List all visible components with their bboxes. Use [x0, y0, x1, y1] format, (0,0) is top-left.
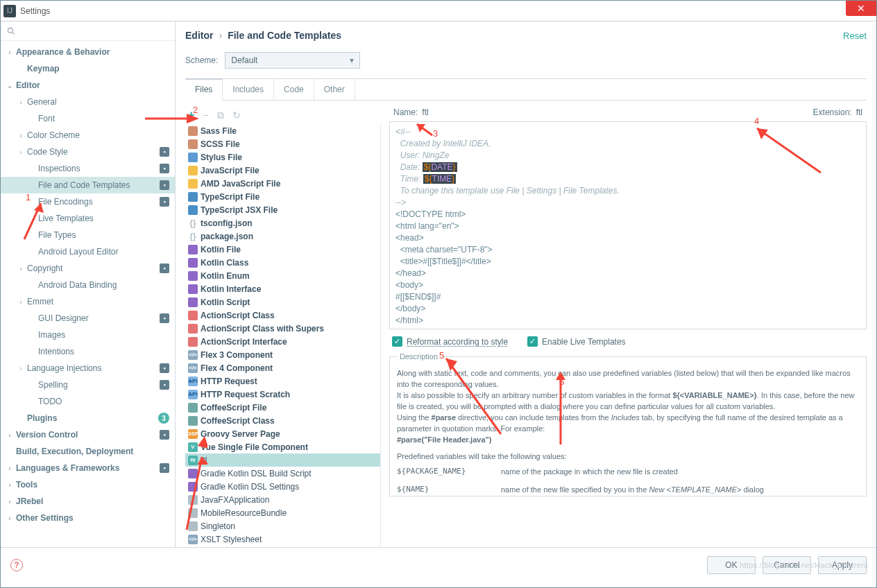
template-row[interactable]: Kotlin Enum — [185, 269, 380, 282]
template-row[interactable]: CoffeeScript File — [185, 401, 380, 414]
template-row[interactable]: JavaScript File — [185, 164, 380, 177]
live-templates-label: Enable Live Templates — [542, 337, 626, 347]
settings-sidebar: ›Appearance & BehaviorKeymap⌄Editor›Gene… — [1, 21, 176, 547]
template-row[interactable]: TypeScript JSX File — [185, 203, 380, 216]
template-toolbar: + − ⧉ ↻ — [185, 106, 381, 124]
tree-item[interactable]: Plugins3 — [1, 410, 175, 426]
template-row[interactable]: Sass File — [185, 124, 380, 137]
reset-link[interactable]: Reset — [843, 31, 867, 41]
tree-item[interactable]: ›Languages & Frameworks▪ — [1, 460, 175, 476]
template-row[interactable]: JavaFXApplication — [185, 493, 380, 506]
tree-item[interactable]: File Types — [1, 227, 175, 243]
template-editor[interactable]: <#-- Created by IntelliJ IDEA. User: Nin… — [389, 121, 867, 329]
tree-item[interactable]: ›Emmet — [1, 293, 175, 310]
scheme-select[interactable]: Default — [225, 52, 360, 69]
extension-field[interactable]: ftl — [856, 107, 862, 117]
tree-item[interactable]: TODO — [1, 393, 175, 410]
name-label: Name: — [393, 107, 418, 117]
template-row[interactable]: Gradle Kotlin DSL Build Script — [185, 467, 380, 480]
tree-item[interactable]: ›Language Injections▪ — [1, 360, 175, 377]
reformat-checkbox[interactable]: ✓ — [392, 336, 402, 347]
template-row[interactable]: Kotlin Script — [185, 295, 380, 309]
app-icon: IJ — [3, 5, 16, 17]
tree-item[interactable]: Android Data Binding — [1, 277, 175, 293]
template-row[interactable]: SCSS File — [185, 137, 380, 150]
template-row[interactable]: Kotlin Interface — [185, 282, 380, 295]
tree-item[interactable]: File Encodings▪ — [1, 193, 175, 210]
template-row[interactable]: Kotlin File — [185, 243, 380, 256]
search-row — [1, 21, 175, 41]
template-row[interactable]: ActionScript Interface — [185, 335, 380, 348]
copy-template-icon[interactable]: ⧉ — [217, 110, 224, 121]
help-icon[interactable]: ? — [10, 559, 23, 571]
tree-item[interactable]: ›Copyright▪ — [1, 260, 175, 277]
title-bar: IJ Settings ✕ — [1, 1, 876, 21]
template-row[interactable]: ActionScript Class — [185, 309, 380, 322]
tab-includes[interactable]: Includes — [223, 79, 274, 100]
scheme-row: Scheme: Default — [185, 52, 867, 69]
remove-template-icon[interactable]: − — [203, 110, 208, 121]
breadcrumb: Editor › File and Code Templates Reset — [185, 30, 867, 41]
template-row[interactable]: </>Flex 3 Component — [185, 348, 380, 361]
window-title: Settings — [20, 6, 50, 16]
tree-item[interactable]: File and Code Templates▪ — [1, 177, 175, 193]
tree-item[interactable]: ⌄Editor — [1, 77, 175, 94]
tree-item[interactable]: GUI Designer▪ — [1, 310, 175, 327]
tree-item[interactable]: Spelling▪ — [1, 377, 175, 393]
template-row[interactable]: APIHTTP Request Scratch — [185, 388, 380, 401]
tree-item[interactable]: Live Templates — [1, 210, 175, 227]
template-list[interactable]: Sass FileSCSS FileStylus FileJavaScript … — [185, 124, 381, 547]
name-field[interactable]: ftl — [422, 107, 428, 117]
template-row[interactable]: ActionScript Class with Supers — [185, 322, 380, 335]
tab-code[interactable]: Code — [274, 79, 314, 100]
description-title: Description — [397, 351, 441, 362]
tree-item[interactable]: ›Code Style▪ — [1, 144, 175, 160]
scheme-label: Scheme: — [185, 55, 218, 65]
settings-tree[interactable]: ›Appearance & BehaviorKeymap⌄Editor›Gene… — [1, 41, 175, 547]
template-row[interactable]: ftlftl — [185, 453, 380, 467]
template-row[interactable]: {}tsconfig.json — [185, 216, 380, 230]
tab-other[interactable]: Other — [314, 79, 355, 100]
template-row[interactable]: Kotlin Class — [185, 256, 380, 269]
template-row[interactable]: Gradle Kotlin DSL Settings — [185, 480, 380, 493]
template-row[interactable]: MobileResourceBundle — [185, 506, 380, 519]
template-row[interactable]: {}package.json — [185, 230, 380, 243]
template-row[interactable]: </>Flex 4 Component — [185, 361, 380, 374]
svg-point-0 — [8, 28, 12, 33]
tree-item[interactable]: ›Color Scheme — [1, 127, 175, 144]
template-row[interactable]: TypeScript File — [185, 190, 380, 203]
tree-item[interactable]: ›JRebel — [1, 493, 175, 510]
close-button[interactable]: ✕ — [846, 1, 876, 16]
settings-content: Editor › File and Code Templates Reset S… — [176, 21, 876, 547]
template-row[interactable]: Singleton — [185, 519, 380, 533]
svg-line-1 — [12, 32, 15, 34]
revert-icon[interactable]: ↻ — [232, 110, 241, 121]
tree-item[interactable]: ›Other Settings — [1, 510, 175, 526]
tree-item[interactable]: Intentions — [1, 343, 175, 360]
template-row[interactable]: Stylus File — [185, 150, 380, 164]
template-row[interactable]: APIHTTP Request — [185, 374, 380, 388]
live-templates-checkbox[interactable]: ✓ — [527, 336, 538, 347]
tree-item[interactable]: Build, Execution, Deployment — [1, 443, 175, 460]
template-row[interactable]: </>XSLT Stylesheet — [185, 533, 380, 546]
tree-item[interactable]: ›Tools — [1, 476, 175, 493]
tree-item[interactable]: ›Appearance & Behavior — [1, 44, 175, 60]
tree-item[interactable]: Font — [1, 110, 175, 127]
tree-item[interactable]: Keymap — [1, 60, 175, 77]
template-list-pane: + − ⧉ ↻ Sass FileSCSS FileStylus FileJav… — [185, 106, 381, 547]
description-box: Description Along with static text, code… — [389, 351, 867, 496]
tree-item[interactable]: ›Version Control▪ — [1, 426, 175, 443]
tree-item[interactable]: Inspections▪ — [1, 160, 175, 177]
add-template-icon[interactable]: + — [188, 109, 194, 121]
template-row[interactable]: AMD JavaScript File — [185, 177, 380, 190]
tab-files[interactable]: Files — [185, 78, 223, 101]
chevron-icon: › — [219, 30, 222, 41]
template-row[interactable]: VVue Single File Component — [185, 440, 380, 453]
template-row[interactable]: CoffeeScript Class — [185, 414, 380, 427]
extension-label: Extension: — [813, 107, 852, 117]
tree-item[interactable]: Images — [1, 327, 175, 343]
tree-item[interactable]: Android Layout Editor — [1, 243, 175, 260]
breadcrumb-editor[interactable]: Editor — [185, 30, 213, 41]
tree-item[interactable]: ›General — [1, 94, 175, 110]
template-row[interactable]: GSPGroovy Server Page — [185, 427, 380, 440]
